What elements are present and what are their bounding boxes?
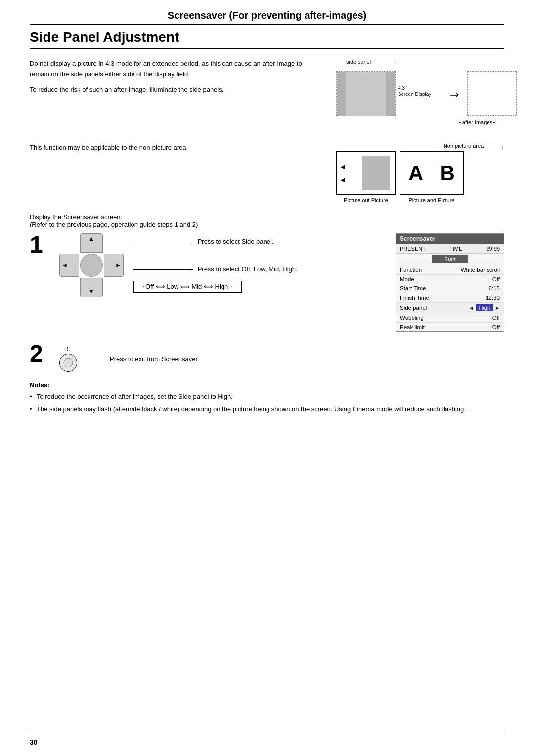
dpad-right-button[interactable]: ► — [104, 254, 124, 277]
section-title: Side Panel Adjustment — [30, 29, 504, 49]
menu-start-row: Start — [396, 254, 504, 265]
menu-row-side-panel: Side panel ◄ High ► — [396, 303, 504, 313]
pip-label-right: Picture and Picture — [400, 197, 464, 203]
intro-para2: To reduce the risk of such an after-imag… — [30, 85, 321, 95]
diagram-nonpicture-area: Non picture area ┐ ◄ ◄ — [336, 143, 504, 203]
step2-number: 2 — [30, 342, 49, 366]
step1-instr1: Press to select Side panel. — [134, 238, 298, 245]
after-image-box — [467, 71, 517, 116]
right-strip — [386, 72, 395, 116]
arrow-left-top: ◄ — [339, 163, 346, 171]
step1-instructions: Press to select Side panel. Press to sel… — [134, 233, 298, 293]
button-icon — [63, 358, 73, 368]
pip-label-left: Picture out Picture — [336, 197, 396, 203]
non-picture-label: Non picture area ┐ — [336, 143, 504, 149]
main-content-row1: Do not display a picture in 4:3 mode for… — [30, 59, 504, 133]
svg-point-0 — [64, 358, 73, 367]
dpad-left-button[interactable]: ◄ — [59, 254, 79, 277]
exit-button-label: R — [64, 346, 77, 353]
page-number: 30 — [30, 738, 38, 746]
note-item-2: The side panels may flash (alternate bla… — [30, 404, 504, 415]
pip-letter-a: A — [400, 152, 432, 194]
pip-diagram-labels: Picture out Picture Picture and Picture — [336, 197, 504, 203]
present-label: PRESENT — [400, 246, 426, 252]
side-panel-label: side panel ⌐ — [346, 59, 398, 65]
side-panel-value: High — [476, 304, 493, 311]
dpad-control: ▲ ▼ ◄ ► — [59, 233, 124, 297]
para3-text: This function may be applicable to the n… — [30, 143, 321, 203]
display-line2: (Refer to the previous page, operation g… — [30, 221, 504, 228]
screen-area — [346, 72, 387, 116]
main-content-row2: This function may be applicable to the n… — [30, 143, 504, 203]
right-arrow-icon: ► — [495, 305, 500, 311]
pip-diagrams: ◄ ◄ A B — [336, 151, 504, 195]
pip-letter-b: B — [432, 152, 463, 194]
top-header: Screensaver (For preventing after-images… — [30, 10, 504, 25]
connector-line — [77, 364, 107, 364]
menu-title: Screensaver — [396, 234, 504, 244]
notes-section: Notes: To reduce the occurrence of after… — [30, 381, 504, 415]
pip-left-box: ◄ ◄ — [336, 151, 396, 195]
menu-row-function: Function White bar scroll — [396, 265, 504, 275]
notes-title: Notes: — [30, 381, 504, 389]
dpad-up-button[interactable]: ▲ — [80, 233, 103, 253]
diagram-side-panel-area: side panel ⌐ 4:3Screen Display — [336, 59, 504, 133]
menu-row-wobbling: Wobbling Off — [396, 313, 504, 323]
pip-inset-bottom — [362, 173, 390, 190]
panel-outer-box — [336, 71, 396, 116]
pip-inset-top — [362, 156, 390, 173]
time-value: 99:99 — [486, 246, 500, 252]
note-item-1: To reduce the occurrence of after-images… — [30, 392, 504, 402]
left-strip — [337, 72, 346, 116]
arrow-left-bottom: ◄ — [339, 176, 346, 184]
menu-header-row: PRESENT TIME 99:99 — [396, 244, 504, 254]
arrow-right-icon: ⇒ — [450, 89, 459, 101]
intro-para1: Do not display a picture in 4:3 mode for… — [30, 59, 321, 80]
after-images-label: └after-images┘ — [457, 119, 497, 125]
pip-right-box: A B — [400, 151, 464, 195]
start-button[interactable]: Start — [432, 255, 467, 263]
intro-text: Do not display a picture in 4:3 mode for… — [30, 59, 321, 133]
step1-number: 1 — [30, 233, 49, 257]
menu-row-start-time: Start Time 6:15 — [396, 284, 504, 293]
notes-list: To reduce the occurrence of after-images… — [30, 392, 504, 415]
screen-display-label: 4:3Screen Display — [398, 85, 431, 97]
menu-row-finish-time: Finish Time 12:30 — [396, 293, 504, 303]
step2-instruction: Press to exit from Screensaver. — [110, 355, 199, 363]
exit-button-area: R — [59, 346, 77, 372]
screensaver-menu: Screensaver PRESENT TIME 99:99 Start Fun… — [396, 233, 504, 332]
step1-left: ▲ ▼ ◄ ► Press to select — [59, 233, 381, 297]
step2-section: 2 R Press to exit from Screensaver. — [30, 342, 504, 372]
bottom-rule — [30, 731, 504, 731]
dpad-center-button[interactable] — [80, 254, 103, 277]
selection-options: →Off ⟺ Low ⟺ Mid ⟺ High ← — [134, 281, 242, 293]
page: Screensaver (For preventing after-images… — [0, 0, 534, 756]
intro-para3: This function may be applicable to the n… — [30, 143, 321, 153]
step2-content: R Press to exit from Screensaver. — [59, 342, 199, 372]
header-title: Screensaver (For preventing after-images… — [30, 10, 504, 21]
menu-row-peak-limit: Peak limit Off — [396, 323, 504, 331]
left-arrow-icon: ◄ — [469, 305, 474, 311]
display-line1: Display the Screensaver screen. — [30, 213, 504, 221]
time-label: TIME — [449, 246, 462, 252]
step1-content: ▲ ▼ ◄ ► Press to select — [59, 233, 504, 332]
menu-row-mode: Mode Off — [396, 275, 504, 284]
dpad-down-button[interactable]: ▼ — [80, 278, 103, 297]
exit-button[interactable] — [59, 354, 77, 372]
step1-section: 1 ▲ ▼ ◄ ► — [30, 233, 504, 332]
step1-instr2: Press to select Off, Low, Mid, High. — [134, 265, 298, 273]
display-instructions: Display the Screensaver screen. (Refer t… — [30, 213, 504, 228]
screensaver-menu-panel: Screensaver PRESENT TIME 99:99 Start Fun… — [396, 233, 504, 332]
